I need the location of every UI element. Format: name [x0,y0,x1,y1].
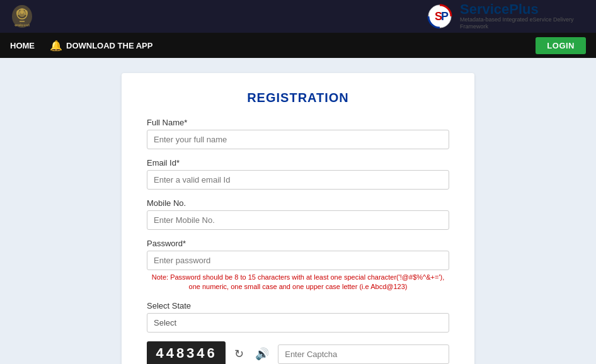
bell-icon: 🔔 [50,40,62,52]
registration-card: REGISTRATION Full Name* Email Id* Mobile… [122,73,474,364]
email-group: Email Id* [147,158,449,190]
state-select[interactable]: Select [147,313,449,333]
svg-point-7 [20,9,24,14]
refresh-icon: ↻ [234,348,244,360]
svg-point-5 [16,10,20,15]
top-header: सत्यमेव जयते S P ServicePlus Metadata-ba… [0,0,596,33]
password-note: Note: Password should be 8 to 15 charact… [147,273,449,292]
svg-point-6 [24,10,28,15]
serviceplus-logo-block: S P ServicePlus Metadata-based Integrate… [427,3,586,30]
svg-text:P: P [441,10,449,23]
select-state-label: Select State [147,301,449,310]
captcha-input[interactable] [278,344,449,364]
home-label: HOME [10,41,35,50]
mobile-label: Mobile No. [147,198,449,208]
password-input[interactable] [147,251,449,270]
home-nav[interactable]: HOME [10,41,35,50]
audio-icon: 🔊 [255,348,269,360]
select-state-group: Select State Select [147,301,449,333]
serviceplus-subtitle: Metadata-based Integrated eService Deliv… [460,16,586,30]
logo-left: सत्यमेव जयते [10,4,34,28]
main-content: REGISTRATION Full Name* Email Id* Mobile… [0,58,596,364]
captcha-image: 448346 [147,341,226,364]
full-name-group: Full Name* [147,118,449,149]
captcha-row: 448346 ↻ 🔊 [147,341,449,364]
serviceplus-title: ServicePlus [460,3,586,16]
government-emblem: सत्यमेव जयते [10,4,34,28]
nav-bar: HOME 🔔 DOWNLOAD THE APP LOGIN [0,33,596,58]
email-label: Email Id* [147,158,449,168]
password-group: Password* Note: Password should be 8 to … [147,239,449,292]
download-label: DOWNLOAD THE APP [66,41,152,50]
registration-title: REGISTRATION [147,91,449,105]
password-label: Password* [147,239,449,248]
full-name-label: Full Name* [147,118,449,127]
audio-captcha-button[interactable]: 🔊 [253,344,272,363]
login-button[interactable]: LOGIN [536,37,586,54]
svg-rect-3 [20,21,25,22]
sp-text: ServicePlus Metadata-based Integrated eS… [460,3,586,30]
refresh-captcha-button[interactable]: ↻ [232,344,246,363]
mobile-input[interactable] [147,210,449,230]
mobile-group: Mobile No. [147,198,449,230]
download-app-nav[interactable]: 🔔 DOWNLOAD THE APP [50,40,152,52]
email-input[interactable] [147,170,449,190]
nav-left: HOME 🔔 DOWNLOAD THE APP [10,40,152,52]
full-name-input[interactable] [147,130,449,149]
svg-text:सत्यमेव जयते: सत्यमेव जयते [14,23,30,27]
